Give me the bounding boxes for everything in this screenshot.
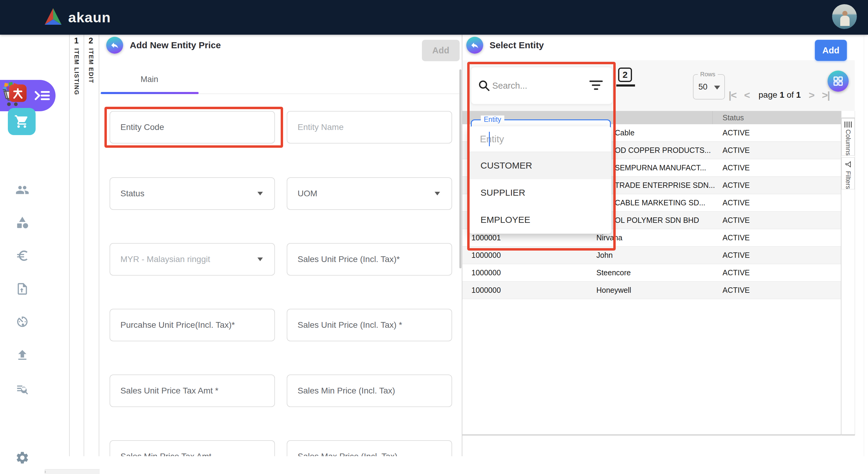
filters-button[interactable]: Filters bbox=[841, 158, 855, 189]
brand-name: akaun bbox=[68, 0, 111, 35]
pagination: |< < page 1 of 1 > >| bbox=[728, 86, 830, 104]
top-navigation-bar: akaun bbox=[0, 0, 868, 35]
chevron-down-icon bbox=[257, 258, 263, 261]
status-column-header: Status bbox=[722, 111, 744, 124]
tab-item-listing[interactable]: ITEM LISTING bbox=[69, 48, 84, 95]
total-pages: 1 bbox=[796, 90, 801, 100]
category-icon[interactable] bbox=[0, 215, 45, 230]
status-badge: ACTIVE bbox=[722, 282, 750, 299]
panel-divider bbox=[462, 35, 462, 456]
sales-unit-price-tax-amt-field[interactable]: Sales Unit Price Tax Amt * bbox=[110, 374, 275, 407]
akaun-logo-icon bbox=[42, 7, 65, 27]
columns-button[interactable]: Columns bbox=[841, 118, 855, 156]
currency-select[interactable]: MYR - Malaysian ringgit bbox=[110, 243, 275, 276]
contacts-icon[interactable] bbox=[0, 183, 45, 197]
sales-unit-price-incl-tax-2-field[interactable]: Sales Unit Price (Incl. Tax) * bbox=[287, 309, 452, 341]
file-upload-icon[interactable] bbox=[0, 282, 45, 296]
purchase-unit-price-incl-tax-field[interactable]: Purcahse Unit Price(Incl. Tax)* bbox=[110, 309, 275, 341]
page-scrollbar[interactable] bbox=[864, 35, 864, 456]
first-page-button[interactable]: |< bbox=[728, 89, 736, 101]
page-number: 1 bbox=[780, 90, 784, 100]
sales-max-price-incl-tax-field[interactable]: Sales Max Price (Incl. Tax) bbox=[287, 440, 452, 456]
prev-page-button[interactable]: < bbox=[744, 89, 749, 101]
user-avatar[interactable] bbox=[832, 4, 857, 29]
status-badge: ACTIVE bbox=[722, 124, 750, 141]
next-page-button[interactable]: > bbox=[809, 89, 814, 101]
active-tab-underline bbox=[101, 92, 198, 94]
timer-icon[interactable] bbox=[0, 315, 45, 329]
filter-count-underline bbox=[616, 84, 635, 87]
euro-icon[interactable] bbox=[0, 249, 45, 263]
filters-funnel-icon bbox=[844, 161, 852, 169]
tab-strip-border bbox=[69, 35, 70, 456]
status-badge: ACTIVE bbox=[722, 194, 750, 211]
settings-icon[interactable] bbox=[0, 450, 45, 465]
sidebar-menu-icon[interactable] bbox=[34, 90, 50, 102]
sales-min-price-tax-amt-field[interactable]: Sales Min Price Tax Amt bbox=[110, 440, 275, 456]
status-badge: ACTIVE bbox=[722, 247, 750, 264]
right-panel-title: Select Entity bbox=[490, 37, 544, 54]
rows-per-page-select[interactable]: Rows 50 bbox=[693, 74, 725, 100]
list-search-icon[interactable] bbox=[0, 381, 45, 395]
left-panel-title: Add New Entity Price bbox=[130, 37, 221, 54]
add-entity-price-button[interactable]: Add bbox=[422, 40, 460, 61]
avatar-photo bbox=[842, 11, 847, 16]
grid-view-button[interactable] bbox=[828, 71, 849, 92]
annotation-highlight-entity-code bbox=[104, 107, 283, 148]
tab-item-edit[interactable]: ITEM EDIT bbox=[84, 48, 98, 83]
status-badge: ACTIVE bbox=[722, 142, 750, 159]
chevron-down-icon bbox=[435, 192, 440, 195]
status-select[interactable]: Status bbox=[110, 177, 275, 210]
entity-name-field[interactable]: Entity Name bbox=[287, 111, 452, 143]
back-button-left-panel[interactable] bbox=[106, 37, 123, 54]
status-badge: ACTIVE bbox=[722, 264, 750, 281]
right-panel-bottom-border bbox=[462, 435, 855, 435]
upload-icon[interactable] bbox=[0, 348, 45, 362]
tab-strip-border bbox=[84, 35, 84, 456]
chevron-down-icon bbox=[714, 86, 720, 90]
sales-min-price-incl-tax-field[interactable]: Sales Min Price (Incl. Tax) bbox=[287, 374, 452, 407]
status-badge: ACTIVE bbox=[722, 212, 750, 229]
tab-main[interactable]: Main bbox=[127, 75, 172, 84]
app-root: akaun bbox=[0, 0, 868, 474]
chevron-down-icon bbox=[257, 192, 263, 195]
back-button-right-panel[interactable] bbox=[466, 37, 483, 54]
tab-item-edit-number: 2 bbox=[84, 36, 98, 45]
filter-count-badge: 2 bbox=[618, 68, 632, 82]
status-badge: ACTIVE bbox=[722, 177, 750, 194]
last-page-button[interactable]: >| bbox=[822, 89, 829, 101]
left-panel-scrollbar[interactable] bbox=[459, 69, 462, 268]
annotation-highlight-entity-select bbox=[467, 62, 616, 250]
uom-select[interactable]: UOM bbox=[287, 177, 452, 210]
status-badge: ACTIVE bbox=[722, 229, 750, 246]
rows-value: 50 bbox=[699, 75, 707, 99]
tab-item-listing-number: 1 bbox=[69, 36, 84, 45]
table-row[interactable]: 1000000SteencoreACTIVE bbox=[462, 264, 841, 282]
tab-strip-border bbox=[99, 35, 99, 456]
add-entity-button[interactable]: Add bbox=[815, 40, 847, 61]
pdf-app-icon[interactable] bbox=[9, 84, 27, 102]
pos-cart-icon[interactable] bbox=[8, 108, 36, 135]
of-word: of bbox=[787, 90, 794, 100]
app-sidebar bbox=[0, 35, 45, 474]
sales-unit-price-incl-tax-field[interactable]: Sales Unit Price (Incl. Tax)* bbox=[287, 243, 452, 276]
active-app-banner[interactable] bbox=[0, 80, 56, 111]
table-row[interactable]: 1000000HoneywellACTIVE bbox=[462, 282, 841, 299]
columns-icon bbox=[844, 122, 852, 128]
page-word: page bbox=[758, 90, 777, 100]
status-badge: ACTIVE bbox=[722, 159, 750, 176]
